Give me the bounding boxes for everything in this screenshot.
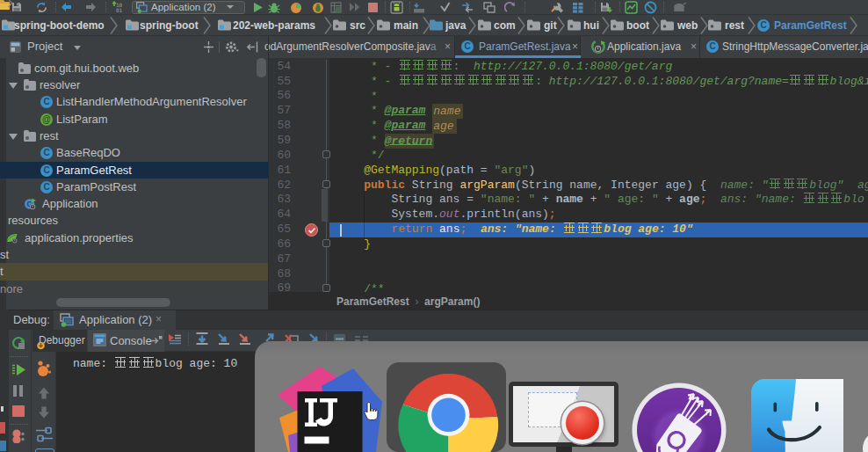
svg-text:01: 01 xyxy=(116,7,123,13)
